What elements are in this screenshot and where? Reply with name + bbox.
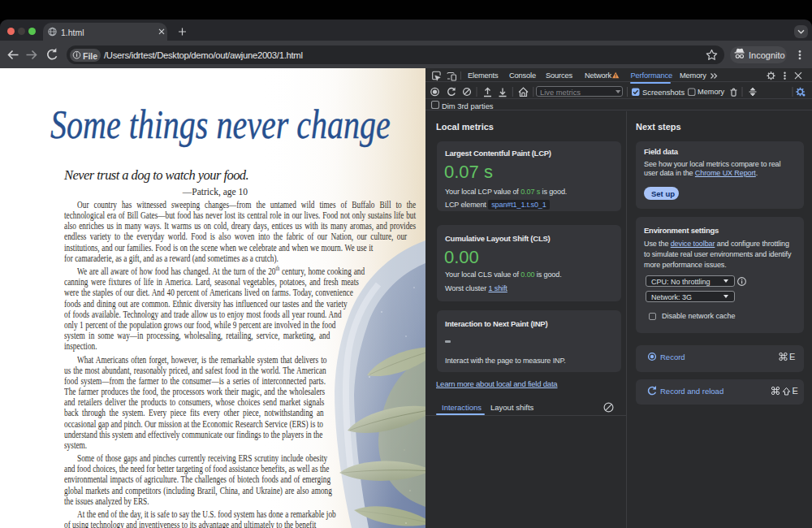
svg-text:E: E	[789, 352, 795, 361]
svg-text:E: E	[793, 386, 798, 396]
